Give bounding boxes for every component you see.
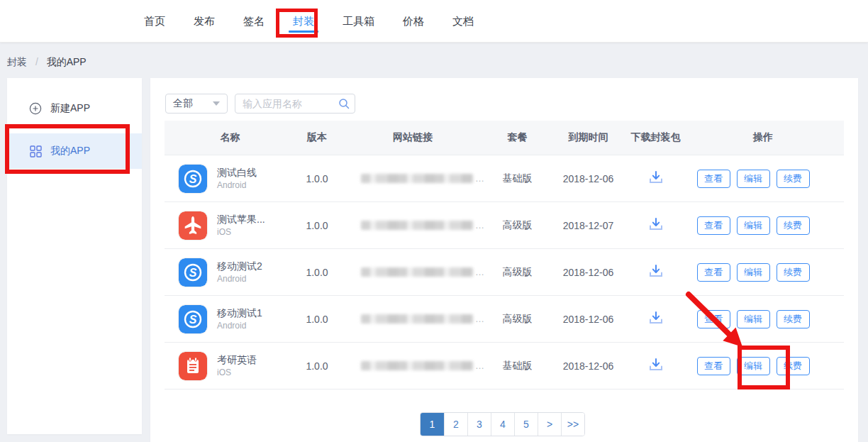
- col-header-expiry: 到期时间: [547, 131, 629, 144]
- view-button[interactable]: 查看: [697, 216, 730, 235]
- filter-dropdown[interactable]: 全部: [165, 94, 228, 114]
- edit-button[interactable]: 编辑: [737, 170, 770, 188]
- view-button[interactable]: 查看: [697, 357, 730, 375]
- nav-item-toolbox[interactable]: 工具箱: [343, 0, 374, 43]
- table-header: 名称 版本 网站链接 套餐 到期时间 下载封装包 操作: [165, 121, 844, 155]
- breadcrumb: 封装 / 我的APP: [7, 56, 87, 69]
- sidebar: 新建APP 我的APP: [7, 78, 142, 434]
- app-platform: Android: [217, 273, 262, 284]
- app-platform: iOS: [217, 367, 257, 378]
- table-row: 考研英语iOS 1.0.0 … 基础版 2018-12-06 查看 编辑 续费: [165, 343, 844, 389]
- col-header-download: 下载封装包: [629, 131, 682, 144]
- nav-item-price[interactable]: 价格: [403, 0, 424, 43]
- edit-button[interactable]: 编辑: [737, 216, 770, 235]
- download-icon[interactable]: [648, 358, 664, 372]
- app-package: 基础版: [487, 172, 547, 185]
- app-name: 测试苹果...: [217, 213, 265, 226]
- download-icon[interactable]: [648, 217, 664, 231]
- nav-label: 价格: [403, 15, 424, 28]
- nav-item-home[interactable]: 首页: [144, 0, 165, 43]
- renew-button[interactable]: 续费: [777, 357, 810, 375]
- nav-label: 封装: [293, 15, 314, 28]
- page-button-5[interactable]: 5: [514, 413, 538, 436]
- link-ellipsis: …: [475, 267, 484, 277]
- nav-label: 工具箱: [343, 15, 374, 28]
- chevron-down-icon: [213, 101, 220, 106]
- pagination: 1 2 3 4 5 > >>: [420, 412, 585, 436]
- col-header-actions: 操作: [682, 131, 844, 144]
- sidebar-item-new-app[interactable]: 新建APP: [7, 93, 142, 124]
- search-icon[interactable]: [338, 98, 350, 111]
- link-ellipsis: …: [475, 360, 484, 371]
- edit-button[interactable]: 编辑: [737, 263, 770, 282]
- view-button[interactable]: 查看: [697, 170, 730, 188]
- page-next-button[interactable]: >: [538, 413, 561, 436]
- download-icon[interactable]: [648, 170, 664, 184]
- breadcrumb-separator: /: [35, 56, 38, 67]
- edit-button[interactable]: 编辑: [737, 310, 770, 328]
- nav-item-docs[interactable]: 文档: [452, 0, 474, 43]
- page-button-1[interactable]: 1: [421, 413, 444, 436]
- col-header-link: 网站链接: [338, 131, 487, 144]
- app-name: 移动测试2: [217, 260, 262, 273]
- renew-button[interactable]: 续费: [777, 216, 810, 235]
- view-button[interactable]: 查看: [697, 263, 730, 282]
- breadcrumb-section[interactable]: 封装: [7, 56, 27, 67]
- table-row: S 移动测试2Android 1.0.0 … 高级版 2018-12-06 查看…: [165, 249, 844, 296]
- app-platform: Android: [217, 179, 257, 191]
- download-icon[interactable]: [648, 311, 664, 325]
- app-version: 1.0.0: [296, 267, 338, 278]
- app-expiry: 2018-12-06: [547, 360, 629, 372]
- table-row: S 移动测试1Android 1.0.0 … 高级版 2018-12-06 查看…: [165, 296, 844, 343]
- nav-label: 文档: [452, 15, 474, 28]
- page-button-3[interactable]: 3: [467, 413, 491, 436]
- col-header-package: 套餐: [487, 131, 547, 144]
- app-name: 移动测试1: [217, 306, 262, 320]
- renew-button[interactable]: 续费: [777, 310, 810, 328]
- s-swirl-app-icon: S: [179, 305, 207, 333]
- sidebar-item-my-app[interactable]: 我的APP: [7, 133, 142, 169]
- airplane-app-icon: [179, 211, 207, 240]
- breadcrumb-current: 我的APP: [47, 56, 87, 67]
- renew-button[interactable]: 续费: [777, 263, 810, 282]
- app-version: 1.0.0: [296, 314, 338, 325]
- app-platform: iOS: [217, 226, 265, 238]
- app-package: 高级版: [487, 313, 547, 326]
- search-input[interactable]: [235, 94, 355, 114]
- nav-item-package[interactable]: 封装: [293, 0, 314, 43]
- top-navbar: 首页 发布 签名 封装 工具箱 价格 文档: [0, 0, 868, 43]
- app-expiry: 2018-12-06: [547, 173, 629, 184]
- page-last-button[interactable]: >>: [561, 413, 584, 436]
- svg-text:S: S: [189, 314, 197, 326]
- nav-item-publish[interactable]: 发布: [194, 0, 215, 43]
- col-header-version: 版本: [296, 131, 338, 144]
- app-package: 高级版: [487, 266, 547, 279]
- download-icon[interactable]: [648, 264, 664, 278]
- main-content: 全部 名称 版本 网站链接 套餐 到期时间 下载封装包 操作 S 测试: [150, 78, 858, 442]
- svg-text:S: S: [189, 267, 197, 279]
- app-package: 高级版: [487, 219, 547, 232]
- grid-icon: [29, 145, 42, 158]
- page-button-2[interactable]: 2: [444, 413, 467, 436]
- app-platform: Android: [217, 320, 262, 331]
- page-button-4[interactable]: 4: [491, 413, 514, 436]
- edit-button[interactable]: 编辑: [737, 357, 770, 375]
- table-row: 测试苹果...iOS 1.0.0 … 高级版 2018-12-07 查看 编辑 …: [165, 202, 844, 249]
- search-box: [235, 94, 355, 114]
- app-version: 1.0.0: [296, 360, 338, 372]
- nav-item-signature[interactable]: 签名: [243, 0, 265, 43]
- sidebar-item-label: 新建APP: [50, 102, 90, 115]
- app-expiry: 2018-12-06: [547, 267, 629, 278]
- blurred-website-link: [361, 361, 473, 370]
- link-ellipsis: …: [475, 173, 484, 184]
- app-expiry: 2018-12-07: [547, 220, 629, 231]
- active-tab-underline: [289, 31, 318, 33]
- app-version: 1.0.0: [296, 220, 338, 231]
- blurred-website-link: [361, 221, 473, 230]
- app-version: 1.0.0: [296, 173, 338, 184]
- renew-button[interactable]: 续费: [777, 170, 810, 188]
- app-name: 考研英语: [217, 353, 257, 367]
- svg-text:S: S: [189, 173, 197, 185]
- view-button[interactable]: 查看: [697, 310, 730, 328]
- table-row: S 测试白线Android 1.0.0 … 基础版 2018-12-06 查看 …: [165, 155, 844, 202]
